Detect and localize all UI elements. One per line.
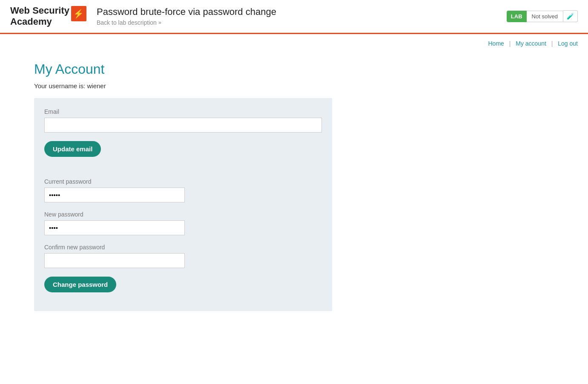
nav-bar: Home | My account | Log out — [0, 34, 588, 53]
current-password-section: Current password — [44, 178, 322, 202]
logo-text: Web SecurityAcademy — [10, 5, 69, 28]
lab-badge: LAB — [507, 11, 527, 22]
header: Web SecurityAcademy ⚡ Password brute-for… — [0, 0, 588, 34]
password-section: Current password New password Confirm ne… — [44, 170, 322, 292]
confirm-password-label: Confirm new password — [44, 244, 322, 251]
update-email-section: Update email — [44, 141, 322, 157]
confirm-password-section: Confirm new password — [44, 244, 322, 268]
nav-separator-2: | — [551, 40, 553, 47]
nav-my-account[interactable]: My account — [516, 40, 546, 47]
header-info: Password brute-force via password change… — [97, 6, 507, 26]
new-password-input[interactable] — [44, 220, 185, 235]
email-input[interactable] — [44, 118, 322, 133]
current-password-label: Current password — [44, 178, 322, 185]
email-section: Email — [44, 108, 322, 133]
update-email-button[interactable]: Update email — [44, 141, 101, 157]
new-password-label: New password — [44, 211, 322, 218]
nav-log-out[interactable]: Log out — [558, 40, 578, 47]
lab-title: Password brute-force via password change — [97, 6, 507, 17]
not-solved-badge: Not solved — [527, 11, 563, 22]
change-password-button[interactable]: Change password — [44, 277, 116, 292]
nav-home[interactable]: Home — [488, 40, 504, 47]
confirm-password-input[interactable] — [44, 253, 185, 268]
main-content: My Account Your username is: wiener Emai… — [0, 53, 588, 320]
flask-icon-button[interactable]: 🧪 — [563, 10, 578, 22]
page-title: My Account — [34, 61, 554, 77]
current-password-input[interactable] — [44, 188, 185, 202]
change-password-btn-section: Change password — [44, 277, 322, 292]
logo: Web SecurityAcademy ⚡ — [10, 5, 86, 28]
form-card: Email Update email Current password New … — [34, 98, 332, 311]
email-label: Email — [44, 108, 322, 115]
chevron-right-icon: » — [158, 19, 161, 26]
back-link[interactable]: Back to lab description » — [97, 19, 161, 26]
nav-separator-1: | — [509, 40, 511, 47]
lab-status: LAB Not solved 🧪 — [507, 10, 578, 22]
logo-icon: ⚡ — [71, 6, 86, 21]
new-password-section: New password — [44, 211, 322, 235]
username-text: Your username is: wiener — [34, 82, 554, 90]
